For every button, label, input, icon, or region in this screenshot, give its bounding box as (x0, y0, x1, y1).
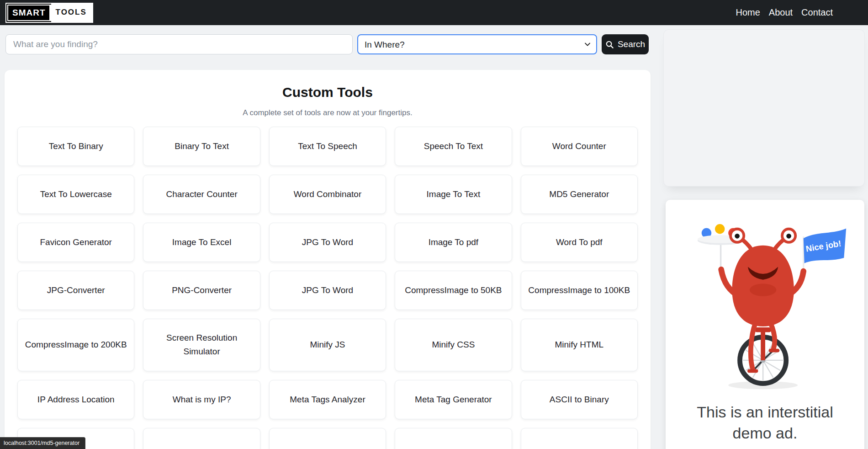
header: SMART TOOLS Home About Contact (0, 0, 868, 25)
tool-card[interactable]: Meta Tag Generator (395, 380, 512, 419)
tool-card[interactable]: Word Counter (521, 127, 638, 166)
search-input[interactable] (5, 34, 353, 54)
tool-card-label: Minify CSS (432, 338, 475, 352)
tool-card-label: Text To Speech (298, 139, 357, 153)
tool-card-label: Screen Resolution Simulator (149, 331, 254, 359)
tool-card-label: Character Counter (166, 187, 237, 201)
tool-card-label: Minify JS (310, 338, 345, 352)
tool-card[interactable]: Speech To Text (395, 127, 512, 166)
nav-link[interactable]: Home (736, 7, 760, 18)
tool-card[interactable]: Screen Resolution Simulator (143, 319, 260, 371)
tool-card-label: JPG-Converter (47, 283, 105, 297)
tool-card[interactable]: Favicon Generator (17, 223, 134, 262)
browser-status-url: localhost:3001/md5-generator (0, 437, 85, 449)
custom-tools-panel: Custom Tools A complete set of tools are… (5, 70, 651, 449)
tool-card-label: Speech To Text (424, 139, 483, 153)
where-select-wrap: In Where? (357, 34, 597, 54)
tool-card[interactable]: JPG-Converter (17, 271, 134, 310)
tool-card-label: Word Combinator (294, 187, 362, 201)
tool-card-label: Binary To Text (175, 139, 229, 153)
logo-smart-text: SMART (7, 5, 50, 21)
tool-card[interactable]: Word Combinator (269, 175, 386, 214)
tool-card[interactable]: Minify JS (269, 319, 386, 371)
tool-card-label: ASCII to Binary (550, 393, 609, 406)
main-nav: Home About Contact (736, 7, 833, 18)
tool-card-label: Image To Excel (172, 235, 232, 249)
tool-card-label: JPG To Word (302, 283, 353, 297)
tool-card-label: JPG To Word (302, 235, 353, 249)
tool-card[interactable]: Minify HTML (521, 319, 638, 371)
tool-card-label: CompressImage to 50KB (405, 283, 502, 297)
tool-card[interactable]: CompressImage to 50KB (395, 271, 512, 310)
tool-card-label: Word To pdf (556, 235, 603, 249)
search-button-label: Search (618, 39, 645, 49)
ad-caption: This is an interstitial demo ad. (676, 402, 854, 444)
tool-card[interactable]: Image To pdf (395, 223, 512, 262)
tool-card[interactable]: JPG To Word (269, 271, 386, 310)
tool-card[interactable]: IP Address Location (17, 380, 134, 419)
logo-tools-text: TOOLS (50, 5, 91, 21)
tool-card[interactable]: Text To Binary (17, 127, 134, 166)
tool-card-label: IP Address Location (37, 393, 115, 406)
tool-card[interactable]: Word To pdf (521, 223, 638, 262)
tool-card-partial[interactable] (143, 428, 260, 449)
tool-card[interactable]: Meta Tags Analyzer (269, 380, 386, 419)
tool-card[interactable]: Character Counter (143, 175, 260, 214)
tool-card-label: Favicon Generator (40, 235, 112, 249)
tool-card[interactable]: JPG To Word (269, 223, 386, 262)
tool-card-label: PNG-Converter (172, 283, 232, 297)
tool-card-label: Meta Tag Generator (415, 393, 492, 406)
logo[interactable]: SMART TOOLS (5, 3, 93, 23)
tool-card[interactable]: PNG-Converter (143, 271, 260, 310)
tool-card-label: Minify HTML (555, 338, 603, 352)
tool-card-label: Word Counter (552, 139, 606, 153)
search-bar: In Where? Search (5, 34, 649, 54)
tool-card-label: CompressImage to 200KB (25, 338, 127, 352)
tool-card-label: What is my IP? (173, 393, 231, 406)
page-title: Custom Tools (17, 85, 638, 100)
tool-card[interactable]: Image To Text (395, 175, 512, 214)
tool-card[interactable]: Binary To Text (143, 127, 260, 166)
search-button[interactable]: Search (602, 34, 649, 54)
tool-card-partial[interactable] (269, 428, 386, 449)
tool-card-partial[interactable] (521, 428, 638, 449)
tools-grid: Text To Binary Binary To Text Text To Sp… (17, 127, 638, 449)
tool-card-label: MD5 Generator (549, 187, 609, 201)
nav-link[interactable]: About (769, 7, 793, 18)
tool-card-label: Image To pdf (429, 235, 479, 249)
tool-card[interactable]: Text To Lowercase (17, 175, 134, 214)
where-select[interactable]: In Where? (357, 34, 597, 54)
interstitial-ad[interactable]: Nice job! This is an interstitial demo a… (666, 200, 864, 449)
ad-slot-empty (663, 29, 865, 187)
tool-card[interactable]: CompressImage to 100KB (521, 271, 638, 310)
nav-link[interactable]: Contact (801, 7, 833, 18)
tool-card[interactable]: What is my IP? (143, 380, 260, 419)
tool-card[interactable]: Text To Speech (269, 127, 386, 166)
page-subtitle: A complete set of tools are now at your … (17, 108, 638, 118)
tool-card[interactable]: Minify CSS (395, 319, 512, 371)
tool-card-label: CompressImage to 100KB (528, 283, 630, 297)
tool-card[interactable]: MD5 Generator (521, 175, 638, 214)
tool-card-label: Text To Lowercase (40, 187, 112, 201)
tool-card-label: Text To Binary (49, 139, 103, 153)
tool-card[interactable]: Image To Excel (143, 223, 260, 262)
tool-card[interactable]: ASCII to Binary (521, 380, 638, 419)
unicycle-monster-illustration: Nice job! (681, 219, 850, 398)
tool-card-label: Image To Text (427, 187, 481, 201)
tool-card-label: Meta Tags Analyzer (290, 393, 365, 406)
search-icon (605, 40, 614, 49)
tool-card-partial[interactable] (395, 428, 512, 449)
tool-card[interactable]: CompressImage to 200KB (17, 319, 134, 371)
